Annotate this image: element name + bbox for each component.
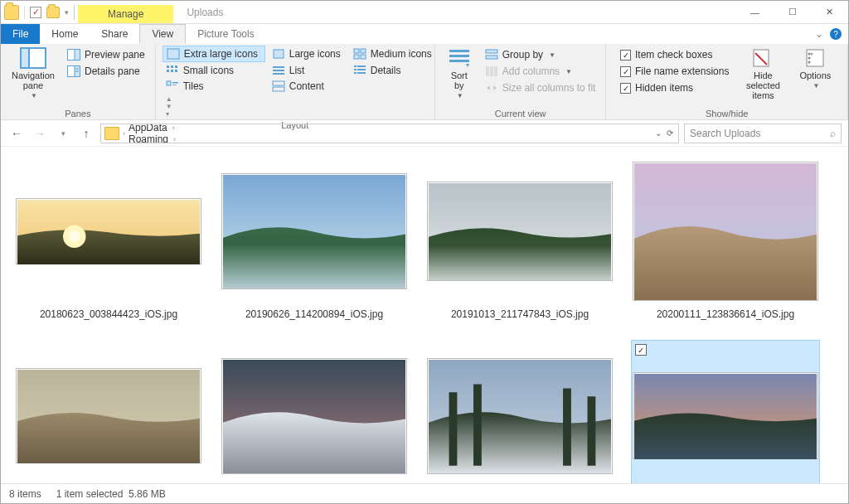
manage-tab-label[interactable]: Manage (78, 5, 173, 23)
layout-content[interactable]: Content (269, 79, 347, 94)
svg-rect-55 (429, 244, 611, 281)
thumbnail (427, 358, 613, 474)
qat-properties-icon[interactable]: ✓ (30, 7, 41, 18)
contextual-tab: Manage (78, 1, 173, 23)
maximize-button[interactable]: ☐ (774, 1, 811, 24)
minimize-button[interactable]: — (736, 1, 774, 24)
tab-share[interactable]: Share (90, 24, 139, 44)
file-item[interactable]: ✓ 20200118_130307007_iOS.jpg (220, 340, 409, 483)
item-checkboxes-toggle[interactable]: ✓Item check boxes (617, 47, 732, 62)
file-item[interactable]: ✓ 20190626_114200894_iOS.jpg (220, 155, 409, 323)
tab-view[interactable]: View (139, 24, 186, 44)
svg-rect-27 (354, 72, 357, 74)
svg-rect-14 (167, 65, 169, 68)
svg-rect-41 (494, 66, 497, 76)
layout-medium-icons[interactable]: Medium icons (350, 46, 435, 62)
group-panes: Navigation pane ▼ Preview pane Details p… (1, 44, 156, 119)
quick-access-toolbar: ✓ ▾ (1, 5, 78, 20)
tab-picture-tools[interactable]: Picture Tools (186, 24, 265, 44)
svg-rect-25 (354, 69, 357, 70)
svg-rect-31 (172, 85, 177, 85)
details-pane-button[interactable]: Details pane (64, 64, 148, 79)
layout-details[interactable]: Details (350, 63, 405, 78)
svg-rect-29 (167, 81, 171, 85)
tab-home[interactable]: Home (40, 24, 90, 44)
file-item[interactable]: ✓ 20200202_145858471_iOS.jpg (631, 340, 820, 483)
layout-small-icons[interactable]: Small icons (163, 63, 265, 78)
address-bar: ← → ▾ ↑ › This PC›Local Disk (C:)›Users›… (1, 120, 848, 147)
svg-rect-16 (175, 65, 177, 68)
help-icon[interactable]: ? (830, 28, 842, 40)
file-extensions-toggle[interactable]: ✓File name extensions (617, 64, 732, 79)
svg-rect-24 (357, 65, 366, 67)
svg-rect-40 (490, 66, 493, 76)
file-item[interactable]: ✓ 20200111_145549613_iOS.jpg (14, 340, 203, 483)
hidden-items-toggle[interactable]: ✓Hidden items (617, 80, 732, 95)
status-size: 5.86 MB (129, 488, 166, 500)
svg-rect-12 (354, 55, 359, 59)
breadcrumb-segment[interactable]: AppData› (129, 124, 203, 133)
file-item[interactable]: ✓ 20191013_211747843_iOS.jpg (425, 155, 614, 323)
selection-checkbox-icon[interactable]: ✓ (635, 344, 647, 356)
thumbnail (221, 173, 407, 289)
qat-new-folder-icon[interactable] (46, 7, 60, 18)
ribbon-tabs: File Home Share View Picture Tools ⌄ ? (1, 24, 848, 44)
file-item[interactable]: ✓ 20200111_123836614_iOS.jpg (631, 155, 820, 323)
group-label-current-view: Current view (495, 108, 546, 119)
sort-by-button[interactable]: Sort by ▼ (442, 46, 477, 101)
svg-rect-1 (21, 48, 29, 68)
preview-pane-button[interactable]: Preview pane (64, 47, 148, 62)
svg-point-46 (808, 57, 811, 60)
layout-expand-icon[interactable]: ▾ (166, 110, 172, 118)
svg-point-51 (69, 230, 80, 242)
file-name: 20200111_123836614_iOS.jpg (657, 303, 794, 320)
tab-file[interactable]: File (1, 24, 40, 44)
folder-icon (104, 127, 119, 140)
svg-rect-37 (486, 50, 497, 53)
thumbnail (633, 372, 818, 459)
svg-rect-33 (273, 87, 284, 91)
address-dropdown-icon[interactable]: ⌄ (655, 128, 662, 138)
svg-rect-28 (357, 72, 366, 74)
file-name: 20180623_003844423_iOS.jpg (40, 303, 177, 320)
up-button[interactable]: ↑ (77, 124, 95, 143)
file-item[interactable]: ✓ 20200118_163925404_iOS.jpg (425, 340, 614, 483)
back-button[interactable]: ← (7, 124, 26, 143)
group-current-view: Sort by ▼ Group by▼ Add columns▼ Size al… (435, 44, 607, 119)
svg-rect-8 (167, 49, 179, 59)
search-input[interactable]: Search Uploads ⌕ (684, 124, 842, 143)
search-icon: ⌕ (830, 128, 836, 139)
svg-rect-35 (449, 55, 469, 57)
status-item-count: 8 items (9, 488, 41, 500)
title-bar: ✓ ▾ Manage Uploads — ☐ ✕ (1, 1, 848, 24)
breadcrumb-bar[interactable]: › This PC›Local Disk (C:)›Users›jeffw›Ap… (100, 124, 679, 143)
svg-rect-32 (273, 81, 284, 85)
layout-extra-large-icons[interactable]: Extra large icons (163, 46, 265, 62)
file-list[interactable]: ✓ 20180623_003844423_iOS.jpg✓ 20190626_1… (1, 147, 848, 483)
layout-scroll-down-icon[interactable]: ▼ (166, 103, 172, 110)
layout-large-icons[interactable]: Large icons (269, 46, 347, 62)
add-columns-button: Add columns▼ (482, 64, 599, 79)
hide-selected-button[interactable]: Hide selected items (737, 46, 788, 102)
layout-tiles[interactable]: Tiles (163, 79, 265, 94)
file-name: 20190626_114200894_iOS.jpg (245, 303, 383, 320)
svg-rect-34 (449, 50, 469, 52)
refresh-icon[interactable]: ⟳ (667, 128, 673, 138)
breadcrumb-segment[interactable]: Roaming› (129, 133, 203, 143)
ribbon-right: ⌄ ? (808, 24, 848, 44)
close-button[interactable]: ✕ (811, 1, 848, 24)
options-button[interactable]: Options ▼ (793, 46, 837, 91)
svg-rect-17 (167, 70, 169, 72)
recent-locations-icon[interactable]: ▾ (54, 124, 72, 143)
group-by-button[interactable]: Group by▼ (482, 47, 599, 62)
layout-scroll-up-icon[interactable]: ▲ (166, 95, 172, 103)
file-name: 20191013_211747843_iOS.jpg (451, 303, 589, 320)
navigation-pane-button[interactable]: Navigation pane ▼ (7, 46, 59, 101)
svg-rect-30 (172, 82, 178, 84)
collapse-ribbon-icon[interactable]: ⌄ (815, 28, 823, 40)
forward-button[interactable]: → (31, 124, 49, 143)
group-label-show-hide: Show/hide (706, 108, 748, 119)
file-item[interactable]: ✓ 20180623_003844423_iOS.jpg (14, 155, 203, 323)
layout-list[interactable]: List (269, 63, 347, 78)
qat-customize-icon[interactable]: ▾ (65, 8, 69, 17)
